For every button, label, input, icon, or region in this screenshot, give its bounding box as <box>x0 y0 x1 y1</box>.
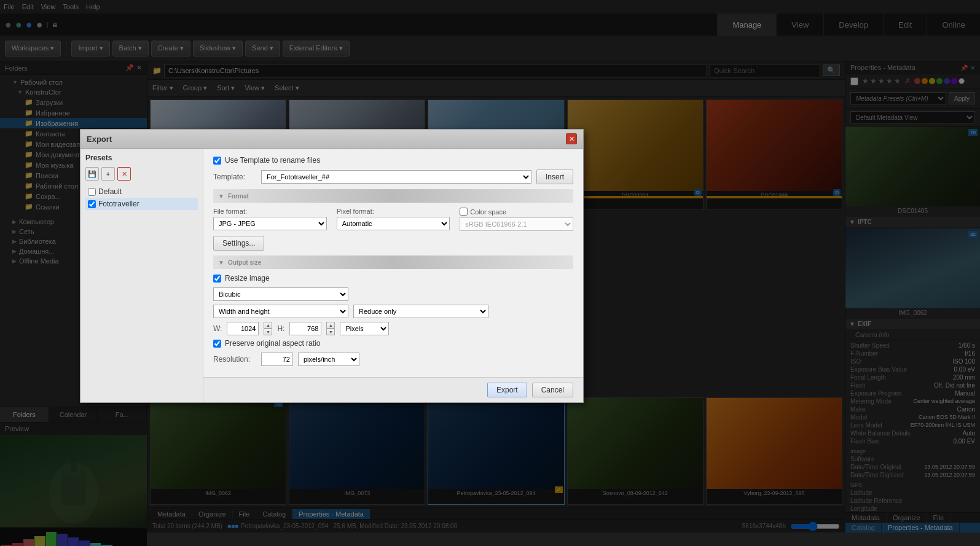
preserve-aspect-row: Preserve original aspect ratio <box>213 339 573 348</box>
preset-list: Default Fototraveller <box>85 185 198 210</box>
color-space-checkbox[interactable] <box>460 208 468 216</box>
section-title: Format <box>228 193 249 200</box>
resolution-input[interactable] <box>261 353 293 366</box>
preset-toolbar: 💾 + ✕ <box>85 167 198 181</box>
resize-row: Resize image <box>213 274 573 283</box>
resize-label: Resize image <box>225 274 270 283</box>
color-space-select[interactable]: sRGB IEC61966-2.1 <box>460 217 573 231</box>
file-format-select[interactable]: JPG - JPEG <box>213 217 327 230</box>
width-up-button[interactable]: ▲ <box>264 322 272 329</box>
dialog-presets-panel: Presets 💾 + ✕ Default Fototraveller <box>80 149 203 402</box>
dialog-titlebar: Export ✕ <box>80 130 583 149</box>
file-format-label: File format: <box>213 208 327 215</box>
resize-checkbox[interactable] <box>213 275 221 283</box>
output-section: ▼ Output size <box>213 255 573 269</box>
preset-delete-button[interactable]: ✕ <box>117 167 131 181</box>
format-section: ▼ Format <box>213 189 573 203</box>
use-template-checkbox[interactable] <box>213 157 221 165</box>
width-down-button[interactable]: ▼ <box>264 329 272 335</box>
collapse-icon: ▼ <box>218 259 224 266</box>
template-label: Template: <box>213 173 256 181</box>
template-row: Template: For_Fototraveller_## Insert <box>213 170 573 184</box>
width-label: W: <box>213 324 222 333</box>
presets-label: Presets <box>85 154 198 162</box>
resize-method-row: Bicubic <box>213 287 573 301</box>
size-row: W: ▲ ▼ H: ▲ ▼ Pixels <box>213 322 573 335</box>
dialog-footer: Export Cancel <box>203 377 583 402</box>
height-down-button[interactable]: ▼ <box>326 329 335 335</box>
resolution-row: Resolution: pixels/inch <box>213 353 573 366</box>
dialog-body: Presets 💾 + ✕ Default Fototraveller <box>80 149 583 402</box>
height-input[interactable] <box>289 322 321 335</box>
use-template-label: Use Template to rename files <box>225 156 320 165</box>
dialog-title: Export <box>87 135 112 144</box>
resize-mode-select[interactable]: Width and height <box>213 305 348 318</box>
resolution-label: Resolution: <box>213 355 256 364</box>
dialog-settings-panel: Use Template to rename files Template: F… <box>203 149 583 402</box>
section-title: Output size <box>228 259 261 266</box>
pixel-format-label: Pixel format: <box>337 208 450 215</box>
dialog-close-button[interactable]: ✕ <box>566 133 577 144</box>
settings-row: Settings... <box>213 236 573 251</box>
export-dialog: Export ✕ Presets 💾 + ✕ Default <box>80 129 584 403</box>
color-space-col: Color space sRGB IEC61966-2.1 <box>460 208 573 231</box>
file-format-row: File format: JPG - JPEG Pixel format: Au… <box>213 208 573 231</box>
file-format-col: File format: JPG - JPEG <box>213 208 327 230</box>
preserve-aspect-checkbox[interactable] <box>213 340 221 348</box>
resize-mode-row: Width and height Reduce only <box>213 305 573 318</box>
pixel-format-col: Pixel format: Automatic <box>337 208 450 230</box>
settings-button[interactable]: Settings... <box>213 236 264 251</box>
preset-default-label: Default <box>98 187 122 196</box>
insert-button[interactable]: Insert <box>536 170 573 184</box>
height-up-button[interactable]: ▲ <box>326 322 335 329</box>
unit-select[interactable]: Pixels <box>340 322 389 335</box>
preset-default-checkbox[interactable] <box>88 188 96 196</box>
preset-add-button[interactable]: + <box>101 167 115 181</box>
dialog-content: Use Template to rename files Template: F… <box>203 149 583 377</box>
reduce-mode-select[interactable]: Reduce only <box>353 305 488 318</box>
width-spinner: ▲ ▼ <box>264 322 272 335</box>
preserve-aspect-label: Preserve original aspect ratio <box>225 339 320 348</box>
template-select[interactable]: For_Fototraveller_## <box>261 170 531 184</box>
height-spinner: ▲ ▼ <box>326 322 335 335</box>
export-button[interactable]: Export <box>487 383 527 397</box>
resize-method-select[interactable]: Bicubic <box>213 287 348 301</box>
dialog-overlay: Export ✕ Presets 💾 + ✕ Default <box>0 0 980 546</box>
preset-fototraveller[interactable]: Fototraveller <box>85 198 198 210</box>
preset-fototraveller-label: Fototraveller <box>98 200 139 208</box>
color-space-label: Color space <box>470 208 506 216</box>
pixel-format-select[interactable]: Automatic <box>337 217 450 230</box>
collapse-icon: ▼ <box>218 193 224 200</box>
width-input[interactable] <box>227 322 259 335</box>
resolution-unit-select[interactable]: pixels/inch <box>298 353 359 366</box>
preset-fototraveller-checkbox[interactable] <box>88 200 96 208</box>
cancel-button[interactable]: Cancel <box>532 383 573 397</box>
preset-save-button[interactable]: 💾 <box>85 167 99 181</box>
preset-default[interactable]: Default <box>85 185 198 198</box>
use-template-row: Use Template to rename files <box>213 156 573 165</box>
height-label: H: <box>277 324 284 333</box>
